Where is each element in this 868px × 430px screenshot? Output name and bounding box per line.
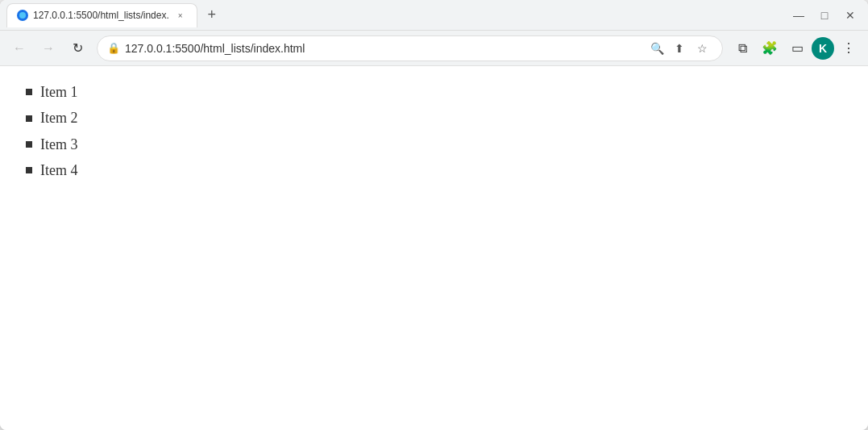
window-controls: — □ ✕ bbox=[787, 4, 862, 27]
list-bullet bbox=[26, 115, 32, 122]
list-item-label: Item 2 bbox=[40, 105, 78, 131]
list-bullet bbox=[26, 89, 32, 95]
list-item: Item 3 bbox=[26, 132, 868, 157]
minimize-button[interactable]: — bbox=[787, 4, 810, 27]
list-item: Item 1 bbox=[26, 79, 868, 105]
address-icons: 🔍 ⬆ ☆ bbox=[646, 38, 712, 59]
profile-button[interactable]: K bbox=[812, 37, 834, 60]
forward-button[interactable]: → bbox=[35, 35, 61, 61]
close-button[interactable]: ✕ bbox=[839, 4, 862, 27]
search-icon[interactable]: 🔍 bbox=[646, 38, 667, 59]
list-bullet bbox=[26, 167, 32, 173]
tab-search-button[interactable]: ⧉ bbox=[729, 35, 755, 61]
menu-button[interactable]: ⋮ bbox=[836, 35, 862, 61]
lock-icon: 🔒 bbox=[107, 42, 120, 54]
item-list: Item 1Item 2Item 3Item 4 bbox=[26, 79, 868, 184]
list-bullet bbox=[26, 141, 32, 148]
share-icon[interactable]: ⬆ bbox=[669, 38, 690, 59]
address-bar[interactable]: 🔒 🔍 ⬆ ☆ bbox=[97, 35, 723, 61]
list-item-label: Item 3 bbox=[40, 132, 78, 157]
page-content: Item 1Item 2Item 3Item 4 bbox=[0, 66, 868, 430]
active-tab[interactable]: 127.0.0.1:5500/html_lists/index. × bbox=[6, 3, 197, 27]
nav-bar-right: ⧉ 🧩 ▭ K ⋮ bbox=[729, 35, 862, 61]
title-bar: 127.0.0.1:5500/html_lists/index. × + — □… bbox=[0, 0, 868, 31]
reload-button[interactable]: ↻ bbox=[64, 35, 90, 61]
list-item-label: Item 4 bbox=[40, 157, 78, 183]
tab-bar: 127.0.0.1:5500/html_lists/index. × + bbox=[6, 3, 787, 27]
tab-close-button[interactable]: × bbox=[174, 9, 187, 22]
extension-button[interactable]: 🧩 bbox=[757, 35, 783, 61]
tab-title: 127.0.0.1:5500/html_lists/index. bbox=[33, 10, 169, 21]
list-item: Item 4 bbox=[26, 157, 868, 183]
new-tab-button[interactable]: + bbox=[201, 4, 223, 27]
list-item: Item 2 bbox=[26, 105, 868, 131]
browser-window: 127.0.0.1:5500/html_lists/index. × + — □… bbox=[0, 0, 868, 430]
tab-favicon bbox=[17, 10, 28, 21]
list-item-label: Item 1 bbox=[40, 79, 78, 105]
nav-bar: ← → ↻ 🔒 🔍 ⬆ ☆ ⧉ 🧩 ▭ K ⋮ bbox=[0, 31, 868, 66]
back-button[interactable]: ← bbox=[6, 35, 32, 61]
bookmark-icon[interactable]: ☆ bbox=[691, 38, 712, 59]
address-input[interactable] bbox=[125, 42, 642, 55]
sidebar-button[interactable]: ▭ bbox=[784, 35, 810, 61]
maximize-button[interactable]: □ bbox=[813, 4, 836, 27]
